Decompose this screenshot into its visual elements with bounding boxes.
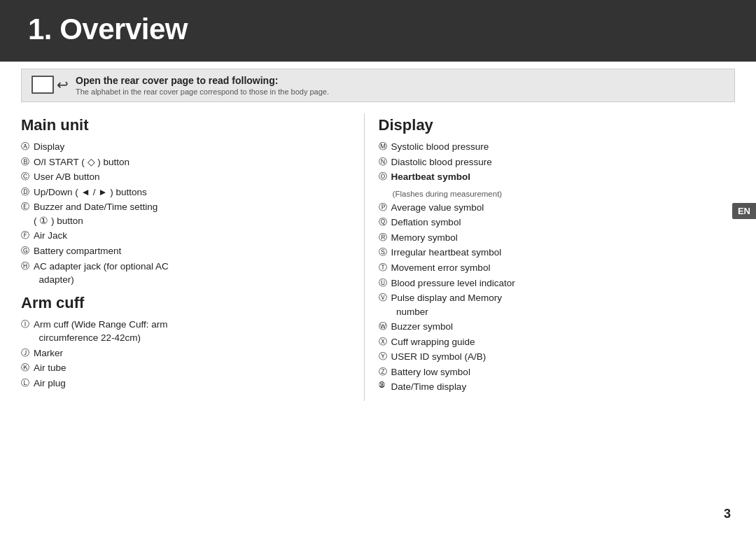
list-item: Ⓥ Pulse display and Memory number — [379, 291, 735, 318]
item-text: Irregular heartbeat symbol — [391, 246, 735, 260]
page-number: 3 — [724, 507, 731, 521]
list-item: Ⓣ Movement error symbol — [379, 261, 735, 275]
page-header: 1. Overview — [0, 0, 756, 62]
item-label: Ⓑ — [21, 156, 34, 168]
list-item: Ⓒ User A/B button — [21, 170, 350, 184]
item-text: Air plug — [34, 377, 350, 391]
item-label: Ⓨ — [379, 351, 391, 363]
page-title: 1. Overview — [28, 13, 728, 46]
list-item: Ⓓ Up/Down ( ◄ / ► ) buttons — [21, 185, 350, 199]
item-text: Movement error symbol — [391, 261, 735, 275]
callout-strong: Open the rear cover page to read followi… — [76, 75, 278, 86]
item-label: Ⓘ — [21, 318, 34, 330]
main-unit-list: Ⓐ Display Ⓑ O/I START ( ◇ ) button Ⓒ Use… — [21, 140, 350, 287]
list-item: Ⓧ Cuff wrapping guide — [379, 335, 735, 349]
list-item: Ⓩ Battery low symbol — [379, 365, 735, 379]
item-text: Blood pressure level indicator — [391, 276, 735, 290]
list-item: Ⓖ Battery compartment — [21, 244, 350, 258]
item-label: Ⓓ — [21, 186, 34, 198]
item-text: Systolic blood pressure — [391, 140, 735, 154]
callout-subtext: The alphabet in the rear cover page corr… — [76, 87, 329, 96]
item-text: Marker — [34, 346, 350, 360]
item-label: ㊱ — [379, 381, 391, 390]
item-label: Ⓠ — [379, 216, 391, 228]
item-label: Ⓣ — [379, 262, 391, 274]
item-text: Average value symbol — [391, 201, 735, 215]
callout-box: ↩ Open the rear cover page to read follo… — [21, 69, 735, 102]
list-item: Ⓦ Buzzer symbol — [379, 320, 735, 334]
item-text: Cuff wrapping guide — [391, 335, 735, 349]
list-item: Ⓝ Diastolic blood pressure — [379, 155, 735, 169]
callout-icon: ↩ — [31, 76, 69, 94]
arm-cuff-title: Arm cuff — [21, 294, 350, 312]
item-label: Ⓝ — [379, 156, 391, 168]
list-item: Ⓕ Air Jack — [21, 229, 350, 243]
item-label: Ⓗ — [21, 260, 34, 272]
heartbeat-note: (Flashes during measurement) — [393, 190, 735, 198]
item-text: Battery low symbol — [391, 365, 735, 379]
item-text: Heartbeat symbol — [391, 170, 735, 184]
item-label: Ⓡ — [379, 232, 391, 244]
item-label: Ⓩ — [379, 366, 391, 378]
list-item: Ⓢ Irregular heartbeat symbol — [379, 246, 735, 260]
item-label: Ⓔ — [21, 201, 34, 213]
list-item: Ⓔ Buzzer and Date/Time setting( ① ) butt… — [21, 200, 350, 227]
item-label: Ⓢ — [379, 246, 391, 258]
display-title: Display — [379, 116, 735, 134]
item-text: Diastolic blood pressure — [391, 155, 735, 169]
book-icon — [31, 76, 54, 94]
item-label: Ⓕ — [21, 230, 34, 241]
list-item: Ⓡ Memory symbol — [379, 231, 735, 245]
item-label: Ⓤ — [379, 277, 391, 289]
list-item: Ⓤ Blood pressure level indicator — [379, 276, 735, 290]
item-text: USER ID symbol (A/B) — [391, 350, 735, 364]
list-item: Ⓚ Air tube — [21, 361, 350, 375]
item-text: Pulse display and Memory number — [391, 291, 735, 318]
list-item: Ⓗ AC adapter jack (for optional AC adapt… — [21, 260, 350, 287]
item-text: AC adapter jack (for optional AC adapter… — [34, 260, 350, 287]
item-text: Arm cuff (Wide Range Cuff: arm circumfer… — [34, 318, 350, 345]
list-item: ㊱ Date/Time display — [379, 380, 735, 394]
item-text: Battery compartment — [34, 244, 350, 258]
item-label: Ⓚ — [21, 362, 34, 374]
list-item: Ⓟ Average value symbol — [379, 201, 735, 215]
item-text: O/I START ( ◇ ) button — [34, 155, 350, 169]
arm-cuff-list: Ⓘ Arm cuff (Wide Range Cuff: arm circumf… — [21, 318, 350, 391]
item-text: Air Jack — [34, 229, 350, 243]
right-column: Display Ⓜ Systolic blood pressure Ⓝ Dias… — [364, 113, 735, 401]
item-label: Ⓧ — [379, 336, 391, 348]
callout-text: Open the rear cover page to read followi… — [76, 75, 329, 96]
main-unit-title: Main unit — [21, 116, 350, 134]
item-label: Ⓒ — [21, 171, 34, 183]
list-item: Ⓠ Deflation symbol — [379, 216, 735, 230]
item-label: Ⓜ — [379, 141, 391, 153]
arrow-icon: ↩ — [57, 76, 69, 93]
main-content: Main unit Ⓐ Display Ⓑ O/I START ( ◇ ) bu… — [0, 113, 756, 401]
display-list-2: Ⓟ Average value symbol Ⓠ Deflation symbo… — [379, 201, 735, 394]
list-item: Ⓐ Display — [21, 140, 350, 154]
item-label: Ⓥ — [379, 292, 391, 304]
left-column: Main unit Ⓐ Display Ⓑ O/I START ( ◇ ) bu… — [21, 113, 364, 401]
item-text: Deflation symbol — [391, 216, 735, 230]
display-list: Ⓜ Systolic blood pressure Ⓝ Diastolic bl… — [379, 140, 735, 184]
item-label: Ⓞ — [379, 171, 391, 183]
item-text: Buzzer and Date/Time setting( ① ) button — [34, 200, 350, 227]
item-text: User A/B button — [34, 170, 350, 184]
list-item: Ⓛ Air plug — [21, 377, 350, 391]
item-text: Date/Time display — [391, 380, 735, 394]
list-item: Ⓜ Systolic blood pressure — [379, 140, 735, 154]
item-label: Ⓐ — [21, 141, 34, 153]
list-item: Ⓙ Marker — [21, 346, 350, 360]
list-item: Ⓑ O/I START ( ◇ ) button — [21, 155, 350, 169]
item-text: Display — [34, 140, 350, 154]
item-label: Ⓦ — [379, 321, 391, 332]
item-label: Ⓟ — [379, 202, 391, 213]
item-label: Ⓛ — [21, 377, 34, 389]
item-text: Air tube — [34, 361, 350, 375]
language-badge: EN — [732, 203, 756, 219]
item-text: Memory symbol — [391, 231, 735, 245]
item-text: Buzzer symbol — [391, 320, 735, 334]
list-item: Ⓘ Arm cuff (Wide Range Cuff: arm circumf… — [21, 318, 350, 345]
list-item: Ⓞ Heartbeat symbol — [379, 170, 735, 184]
item-label: Ⓖ — [21, 245, 34, 257]
